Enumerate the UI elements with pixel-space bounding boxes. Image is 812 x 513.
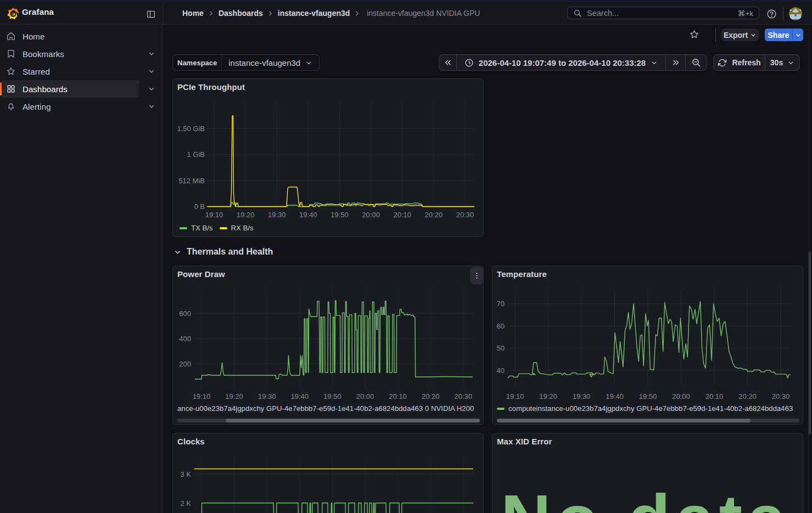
svg-text:1 GiB: 1 GiB	[187, 150, 205, 159]
svg-text:2 K: 2 K	[180, 499, 191, 508]
svg-text:50: 50	[497, 344, 505, 352]
svg-text:60: 60	[497, 322, 505, 330]
svg-text:40: 40	[497, 367, 505, 375]
svg-text:19:20: 19:20	[539, 392, 557, 401]
svg-text:19:50: 19:50	[639, 392, 657, 401]
svg-text:20:30: 20:30	[772, 392, 790, 401]
svg-text:19:40: 19:40	[299, 211, 317, 219]
svg-text:400: 400	[179, 335, 191, 343]
svg-text:19:10: 19:10	[193, 392, 211, 401]
svg-text:19:40: 19:40	[291, 392, 309, 401]
svg-text:600: 600	[179, 309, 191, 318]
svg-text:20:00: 20:00	[362, 211, 380, 219]
svg-text:20:30: 20:30	[455, 392, 473, 401]
svg-text:1.50 GiB: 1.50 GiB	[177, 125, 205, 133]
svg-text:19:30: 19:30	[573, 392, 591, 401]
svg-text:19:20: 19:20	[225, 392, 243, 401]
svg-text:512 MiB: 512 MiB	[178, 177, 205, 185]
svg-text:70: 70	[497, 300, 505, 308]
svg-text:20:20: 20:20	[422, 392, 440, 401]
svg-text:19:30: 19:30	[268, 211, 286, 219]
svg-text:20:10: 20:10	[705, 392, 724, 401]
svg-text:20:00: 20:00	[356, 392, 374, 401]
svg-text:20:00: 20:00	[672, 392, 690, 401]
svg-text:19:20: 19:20	[237, 211, 255, 219]
svg-text:19:10: 19:10	[506, 392, 524, 401]
svg-text:19:10: 19:10	[205, 211, 223, 219]
svg-text:19:30: 19:30	[258, 392, 276, 401]
svg-text:19:40: 19:40	[606, 392, 624, 401]
svg-text:20:20: 20:20	[738, 392, 757, 401]
svg-text:20:20: 20:20	[425, 211, 443, 219]
svg-text:19:50: 19:50	[331, 211, 349, 219]
svg-text:0 B: 0 B	[194, 202, 205, 211]
svg-text:20:10: 20:10	[389, 392, 407, 401]
svg-text:3 K: 3 K	[180, 470, 191, 478]
svg-text:19:50: 19:50	[323, 392, 341, 401]
svg-text:20:30: 20:30	[456, 211, 474, 219]
svg-text:20:10: 20:10	[393, 211, 411, 219]
svg-text:200: 200	[179, 360, 191, 368]
